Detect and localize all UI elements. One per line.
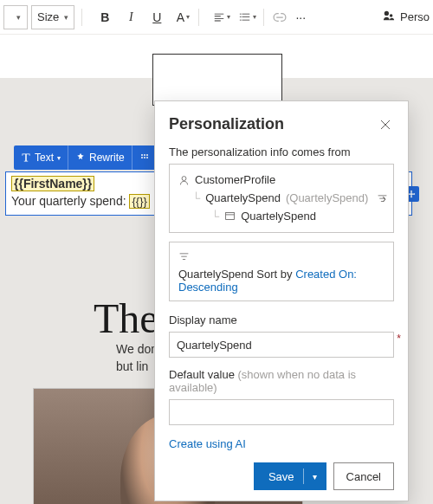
default-value-input[interactable]	[169, 399, 394, 425]
source-tree[interactable]: CustomerProfile └ QuartelySpend (Quartel…	[169, 164, 394, 233]
tree-leaf: QuartelySpend	[241, 208, 316, 226]
svg-point-2	[146, 154, 148, 156]
token-firstname[interactable]: {{FirstName}}	[11, 176, 94, 191]
rewrite-icon	[75, 152, 86, 163]
body-text: We don but lin	[116, 341, 158, 375]
font-family-select[interactable]: ▾	[3, 5, 28, 29]
chevron-down-icon[interactable]: ▾	[313, 472, 317, 481]
svg-point-5	[146, 157, 148, 158]
underline-button[interactable]: U	[148, 7, 165, 28]
selection-toolbar: Text ▾ Rewrite	[14, 145, 157, 170]
svg-point-6	[182, 177, 186, 181]
align-button[interactable]: ▾	[213, 7, 230, 28]
tree-root: CustomerProfile	[195, 171, 275, 190]
panel-title: Personalization	[169, 115, 284, 133]
tree-branch: └	[192, 190, 200, 208]
field-icon	[224, 210, 236, 222]
sort-box[interactable]: QuartelySpend Sort by Created On: Descen…	[169, 242, 394, 301]
italic-button[interactable]: I	[122, 7, 139, 28]
filter-icon	[178, 251, 190, 262]
svg-point-3	[141, 157, 143, 158]
save-button[interactable]: Save ▾	[254, 462, 326, 490]
svg-point-0	[141, 154, 143, 156]
default-value-label: Default value (shown when no data is ava…	[169, 368, 394, 394]
display-name-label: Display name	[169, 313, 394, 326]
profile-icon	[178, 175, 190, 186]
font-size-select[interactable]: Size▾	[31, 5, 74, 29]
personalization-icon	[383, 10, 395, 24]
headline-text: The	[94, 294, 158, 342]
create-using-ai-link[interactable]: Create using AI	[169, 437, 246, 450]
toolbar-separator	[198, 9, 199, 26]
font-color-button[interactable]: A▾	[174, 7, 191, 28]
source-label: The personalization info comes from	[169, 145, 394, 158]
cancel-button[interactable]: Cancel	[333, 462, 394, 490]
sort-word: Sort by	[256, 268, 292, 281]
chevron-right-icon[interactable]: ›	[382, 191, 386, 205]
personalization-panel: Personalization The personalization info…	[154, 100, 409, 501]
bold-button[interactable]: B	[96, 7, 113, 28]
rewrite-button[interactable]: Rewrite	[68, 145, 132, 170]
tree-branch: └	[211, 208, 219, 226]
grid-icon	[139, 152, 150, 163]
sort-field: QuartelySpend	[178, 268, 254, 281]
svg-point-1	[144, 154, 145, 156]
layout-box[interactable]	[152, 54, 282, 106]
more-button[interactable]: ···	[292, 7, 309, 28]
selection-more-button[interactable]	[132, 145, 157, 170]
toolbar-separator	[81, 9, 82, 26]
editor-canvas: Text ▾ Rewrite {{FirstName}} Your quarte…	[0, 35, 433, 504]
tree-child: QuartelySpend	[205, 190, 281, 208]
token-empty[interactable]: {{}}	[129, 194, 149, 209]
link-button[interactable]	[271, 7, 288, 28]
element-type-text-button[interactable]: Text ▾	[14, 145, 68, 170]
static-text: Your quarterly spend:	[11, 194, 129, 208]
display-name-input[interactable]	[169, 332, 394, 358]
close-button[interactable]	[377, 116, 394, 133]
text-icon	[21, 152, 31, 163]
personalization-button[interactable]: Perso	[400, 10, 430, 23]
toolbar-separator	[263, 9, 264, 26]
svg-point-4	[144, 157, 145, 158]
tree-child-type: (QuartelySpend)	[286, 190, 368, 208]
svg-rect-7	[226, 213, 235, 220]
format-toolbar: ▾ Size▾ B I U A▾ ▾ ▾ ··· Perso	[0, 0, 433, 35]
close-icon	[380, 120, 391, 130]
list-button[interactable]: ▾	[239, 7, 256, 28]
